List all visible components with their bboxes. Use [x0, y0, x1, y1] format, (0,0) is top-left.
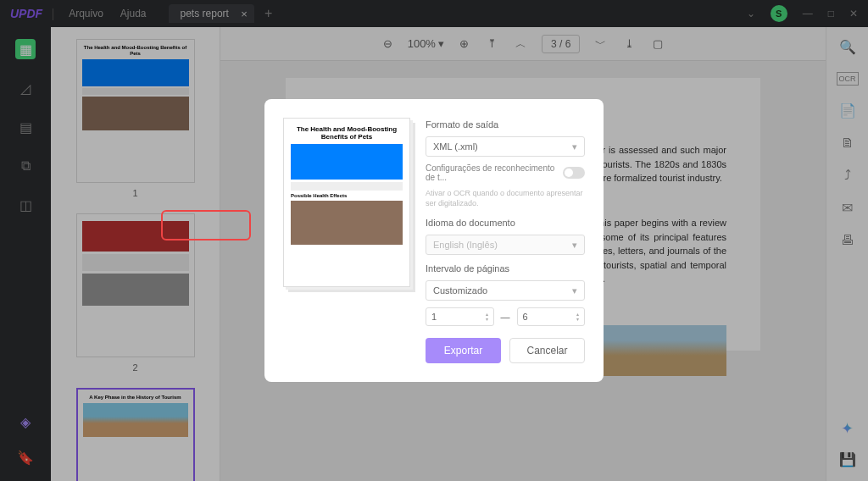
range-label: Intervalo de páginas: [426, 263, 585, 274]
modal-overlay: The Health and Mood-Boosting Benefits of…: [0, 0, 868, 481]
format-label: Formato de saída: [426, 119, 585, 130]
export-button[interactable]: Exportar: [426, 338, 501, 363]
ocr-hint: Ativar o OCR quando o documento apresent…: [426, 189, 585, 208]
language-select[interactable]: English (Inglês): [426, 235, 585, 255]
cancel-button[interactable]: Cancelar: [509, 338, 585, 363]
export-dialog: The Health and Mood-Boosting Benefits of…: [264, 99, 604, 381]
format-select[interactable]: XML (.xml): [426, 136, 585, 157]
range-to-input[interactable]: 6▴▾: [517, 307, 586, 326]
tutorial-highlight: [161, 210, 251, 240]
ocr-toggle[interactable]: [563, 167, 585, 179]
language-label: Idioma do documento: [426, 218, 585, 228]
ocr-label: Configurações de reconhecimento de t...: [426, 163, 558, 182]
range-from-input[interactable]: 1▴▾: [426, 307, 494, 326]
dialog-preview-thumb: The Health and Mood-Boosting Benefits of…: [283, 118, 410, 287]
range-select[interactable]: Customizado: [426, 280, 585, 301]
